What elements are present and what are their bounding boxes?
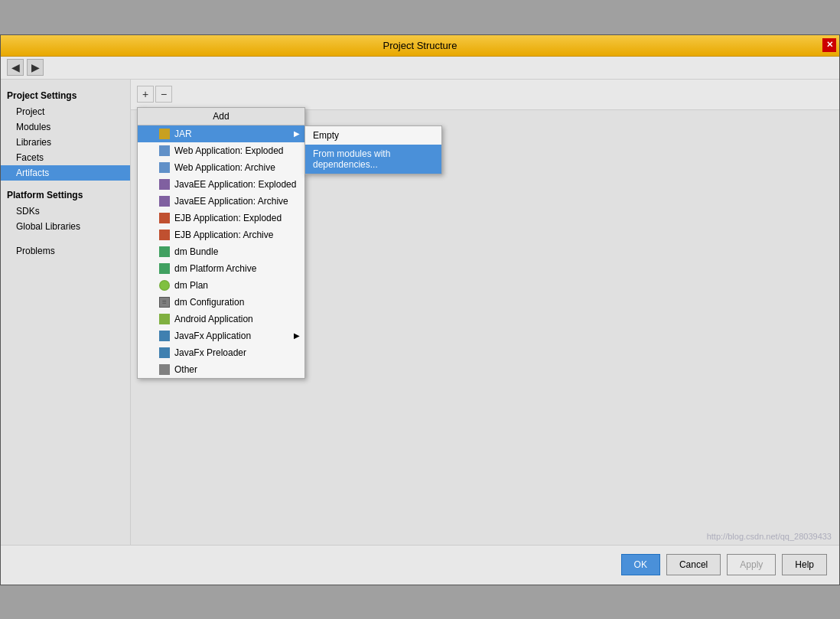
dm-plan-icon	[159, 280, 170, 291]
help-button[interactable]: Help	[782, 554, 827, 575]
dropdown-header: Add	[138, 108, 304, 125]
artifact-header: + −	[131, 80, 839, 110]
sidebar-item-sdks[interactable]: SDKs	[1, 204, 130, 219]
dropdown-container: Add JAR ▶ Empty	[137, 107, 305, 379]
dropdown-item-javaee-archive[interactable]: JavaEE Application: Archive	[138, 193, 304, 210]
content-panel: + − Add JAR ▶	[131, 80, 839, 545]
dm-bundle-icon	[159, 246, 170, 257]
add-toolbar: + −	[131, 83, 178, 106]
dropdown-item-javafx-preloader[interactable]: JavaFx Preloader	[138, 344, 304, 361]
javaee-exploded-icon	[159, 179, 170, 190]
web-archive-icon	[159, 162, 170, 173]
bottom-bar: OK Cancel Apply Help	[1, 545, 839, 585]
sidebar-item-facets[interactable]: Facets	[1, 150, 130, 165]
jar-icon	[159, 129, 170, 139]
submenu-item-from-modules[interactable]: From modules with dependencies...	[305, 145, 441, 174]
dropdown-item-web-archive[interactable]: Web Application: Archive	[138, 159, 304, 176]
dropdown-item-dm-bundle[interactable]: dm Bundle	[138, 243, 304, 260]
title-bar: Project Structure ✕	[1, 35, 839, 57]
javafx-submenu-arrow: ▶	[294, 331, 300, 340]
main-content: Project Settings Project Modules Librari…	[1, 80, 839, 545]
sidebar-item-global-libraries[interactable]: Global Libraries	[1, 219, 130, 234]
javafx-preloader-icon	[159, 347, 170, 358]
dropdown-menu: Add JAR ▶ Empty	[137, 107, 305, 379]
dm-config-icon: ≡	[159, 297, 170, 308]
web-exploded-icon	[159, 145, 170, 156]
window-title: Project Structure	[383, 40, 457, 51]
close-button[interactable]: ✕	[822, 38, 836, 52]
ejb-archive-icon	[159, 230, 170, 240]
dropdown-item-android[interactable]: Android Application	[138, 311, 304, 327]
android-icon	[159, 314, 170, 324]
back-icon: ◀	[11, 61, 20, 73]
ejb-exploded-icon	[159, 213, 170, 223]
sidebar-item-modules[interactable]: Modules	[1, 119, 130, 135]
dropdown-item-web-exploded[interactable]: Web Application: Exploded	[138, 142, 304, 159]
dm-platform-icon	[159, 263, 170, 274]
project-settings-header: Project Settings	[1, 87, 130, 104]
back-button[interactable]: ◀	[7, 59, 24, 76]
jar-submenu-arrow: ▶	[294, 129, 300, 138]
project-structure-window: Project Structure ✕ ◀ ▶ Project Settings…	[0, 34, 840, 585]
dropdown-item-javaee-exploded[interactable]: JavaEE Application: Exploded	[138, 176, 304, 193]
other-icon	[159, 364, 170, 375]
sidebar: Project Settings Project Modules Librari…	[1, 80, 131, 545]
dropdown-item-ejb-exploded[interactable]: EJB Application: Exploded	[138, 210, 304, 226]
sidebar-item-libraries[interactable]: Libraries	[1, 135, 130, 150]
javafx-app-icon	[159, 331, 170, 341]
ok-button[interactable]: OK	[621, 554, 660, 575]
jar-submenu: Empty From modules with dependencies...	[304, 125, 442, 174]
platform-settings-header: Platform Settings	[1, 187, 130, 204]
dropdown-item-dm-config[interactable]: ≡ dm Configuration	[138, 294, 304, 311]
sidebar-item-artifacts[interactable]: Artifacts	[1, 165, 130, 181]
javaee-archive-icon	[159, 196, 170, 207]
remove-button[interactable]: −	[155, 86, 172, 103]
main-toolbar: ◀ ▶	[1, 57, 839, 80]
sidebar-item-project[interactable]: Project	[1, 104, 130, 119]
forward-icon: ▶	[31, 61, 40, 73]
dropdown-item-dm-plan[interactable]: dm Plan	[138, 277, 304, 294]
forward-button[interactable]: ▶	[27, 59, 44, 76]
cancel-button[interactable]: Cancel	[666, 554, 721, 575]
content-area: + − Add JAR ▶	[131, 80, 839, 545]
add-button[interactable]: +	[137, 86, 154, 103]
apply-button[interactable]: Apply	[727, 554, 776, 575]
submenu-item-empty[interactable]: Empty	[305, 126, 441, 145]
dropdown-item-ejb-archive[interactable]: EJB Application: Archive	[138, 226, 304, 243]
dropdown-item-javafx-app[interactable]: JavaFx Application ▶	[138, 327, 304, 344]
dropdown-item-jar[interactable]: JAR ▶ Empty From modules with dependenci…	[138, 125, 304, 142]
dropdown-item-other[interactable]: Other	[138, 361, 304, 378]
sidebar-item-problems[interactable]: Problems	[1, 243, 130, 259]
watermark: http://blog.csdn.net/qq_28039433	[707, 532, 832, 541]
dropdown-item-dm-platform[interactable]: dm Platform Archive	[138, 260, 304, 277]
